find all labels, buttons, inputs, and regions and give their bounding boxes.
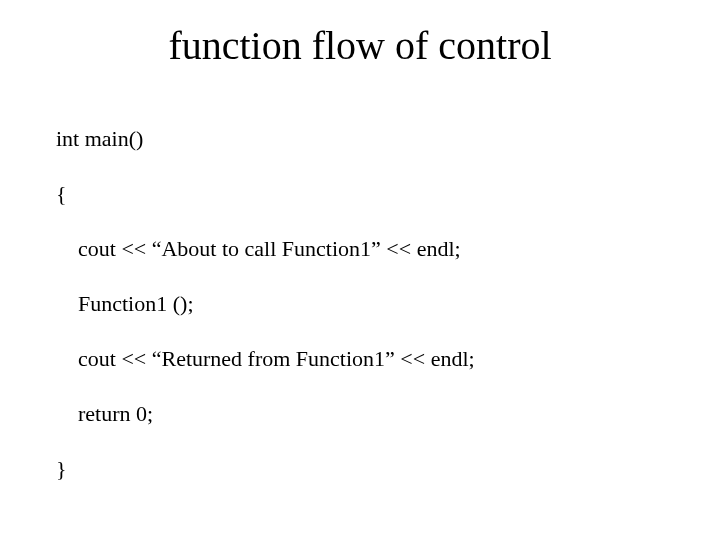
code-line: cout << “About to call Function1” << end…	[56, 235, 664, 263]
page-title: function flow of control	[56, 22, 664, 69]
code-line: return 0;	[56, 400, 664, 428]
code-line: {	[56, 180, 664, 208]
code-line: Function1 ();	[56, 290, 664, 318]
code-line: cout << “Returned from Function1” << end…	[56, 345, 664, 373]
code-line: int main()	[56, 125, 664, 153]
code-line: }	[56, 455, 664, 483]
slide: function flow of control int main() { co…	[0, 0, 720, 540]
code-main: int main() { cout << “About to call Func…	[56, 97, 664, 537]
